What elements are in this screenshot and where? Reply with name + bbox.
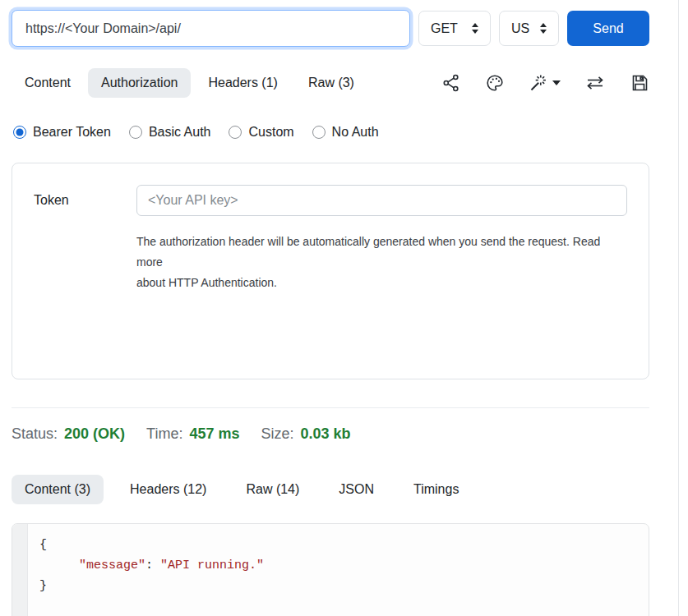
radio-label: Basic Auth: [149, 125, 211, 140]
response-status-row: Status: 200 (OK) Time: 457 ms Size: 0.03…: [12, 425, 649, 443]
json-key: "message": [79, 559, 145, 572]
stepper-icon: [540, 23, 547, 34]
help-line-2: about HTTP Authentication.: [136, 273, 627, 293]
stepper-icon: [472, 23, 478, 34]
palette-icon[interactable]: [485, 73, 505, 93]
help-line-1: The authorization header will be automat…: [136, 232, 627, 273]
resp-tab-json[interactable]: JSON: [326, 475, 387, 504]
share-icon[interactable]: [441, 73, 461, 93]
token-help-text: The authorization header will be automat…: [136, 232, 627, 293]
request-tabs-row: Content Authorization Headers (1) Raw (3…: [12, 68, 649, 98]
response-tabs-row: Content (3) Headers (12) Raw (14) JSON T…: [12, 475, 649, 504]
chevron-down-icon: [552, 80, 561, 85]
status-value: 200 (OK): [64, 425, 125, 443]
code-line: {: [39, 535, 264, 555]
send-button[interactable]: Send: [567, 11, 649, 46]
response-json: { "message": "API running." }: [28, 524, 264, 616]
region-select-value: US: [511, 21, 529, 36]
request-bar: GET US Send: [12, 10, 649, 47]
swap-arrows-icon[interactable]: [584, 73, 606, 93]
radio-label: Bearer Token: [33, 125, 111, 140]
auth-type-row: Bearer Token Basic Auth Custom No Auth: [12, 125, 649, 140]
status-size: Size: 0.03 kb: [261, 425, 350, 443]
resp-tab-headers[interactable]: Headers (12): [117, 475, 219, 504]
tab-authorization[interactable]: Authorization: [88, 68, 191, 98]
radio-no-auth[interactable]: No Auth: [312, 125, 379, 140]
json-separator: :: [145, 559, 160, 572]
radio-icon: [13, 126, 26, 139]
section-divider: [12, 407, 649, 408]
token-panel: Token The authorization header will be a…: [12, 163, 649, 379]
radio-bearer-token[interactable]: Bearer Token: [13, 125, 111, 140]
resp-tab-timings[interactable]: Timings: [400, 475, 472, 504]
viewport-edge-divider: [678, 0, 679, 616]
resp-tab-raw[interactable]: Raw (14): [233, 475, 312, 504]
time-value: 457 ms: [189, 425, 239, 443]
json-value: "API running.": [160, 559, 264, 572]
token-input[interactable]: [136, 185, 627, 216]
radio-label: No Auth: [332, 125, 379, 140]
radio-label: Custom: [248, 125, 293, 140]
code-line: "message": "API running.": [39, 555, 264, 576]
code-gutter: [12, 524, 28, 616]
token-label: Token: [34, 193, 136, 208]
method-select[interactable]: GET: [418, 11, 491, 46]
response-body-viewer[interactable]: { "message": "API running." }: [12, 523, 649, 616]
api-client-page: GET US Send Content Authorization Header…: [0, 0, 688, 616]
magic-wand-icon[interactable]: [529, 73, 561, 93]
size-value: 0.03 kb: [301, 425, 351, 443]
tab-headers[interactable]: Headers (1): [195, 68, 290, 98]
method-select-value: GET: [431, 21, 458, 36]
tab-content[interactable]: Content: [12, 68, 84, 98]
radio-icon: [229, 126, 242, 139]
status-time: Time: 457 ms: [146, 425, 239, 443]
save-icon[interactable]: [630, 73, 649, 93]
resp-tab-content[interactable]: Content (3): [12, 475, 104, 504]
code-line: }: [39, 576, 264, 596]
toolbar: [441, 73, 649, 93]
url-input[interactable]: [12, 10, 410, 47]
radio-custom[interactable]: Custom: [229, 125, 293, 140]
radio-icon: [129, 126, 142, 139]
time-label: Time:: [146, 425, 182, 443]
radio-icon: [312, 126, 326, 139]
region-select[interactable]: US: [499, 11, 559, 46]
tab-raw[interactable]: Raw (3): [295, 68, 367, 98]
status-code: Status: 200 (OK): [12, 425, 125, 443]
status-label: Status:: [12, 425, 58, 443]
size-label: Size:: [261, 425, 293, 443]
radio-basic-auth[interactable]: Basic Auth: [129, 125, 211, 140]
